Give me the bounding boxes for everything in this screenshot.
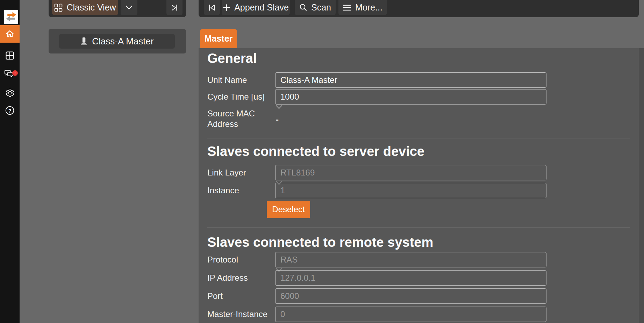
- help-icon: ?: [5, 106, 15, 115]
- tree-item-master[interactable]: Class-A Master: [59, 34, 175, 49]
- ip-address-input: [275, 270, 546, 286]
- gear-icon: [5, 88, 15, 98]
- scrollbar-track[interactable]: [639, 48, 644, 323]
- ip-address-label: IP Address: [207, 270, 274, 286]
- view-toolbar: Classic View: [49, 0, 186, 17]
- deselect-button[interactable]: Deselect: [267, 201, 310, 218]
- grid-view-icon: [5, 51, 15, 60]
- port-row: Port: [207, 288, 630, 304]
- instance-input: [275, 183, 546, 198]
- section-title-remote-system: Slaves connected to remote system: [207, 235, 433, 250]
- protocol-select: RAS: [275, 252, 546, 267]
- master-device-icon: [80, 37, 88, 45]
- section-divider: [207, 138, 630, 138]
- skip-start-icon: [208, 3, 216, 12]
- scan-label: Scan: [311, 2, 331, 13]
- view-dropdown-button[interactable]: [121, 0, 137, 15]
- device-toolbar: Append Slave Scan More...: [199, 0, 639, 17]
- sidebar-item-settings[interactable]: [0, 84, 20, 101]
- protocol-row: Protocol RAS: [207, 252, 630, 267]
- chevron-down-icon: [275, 105, 283, 109]
- sidebar-item-views[interactable]: [0, 47, 20, 64]
- master-instance-row: Master-Instance: [207, 307, 630, 322]
- append-slave-label: Append Slave: [234, 2, 289, 13]
- collapse-panel-button[interactable]: [166, 0, 183, 15]
- more-button[interactable]: More...: [338, 0, 387, 15]
- link-layer-label: Link Layer: [207, 165, 274, 180]
- port-input: [275, 288, 546, 304]
- sidebar: ! ?: [0, 0, 20, 323]
- notification-badge: !: [12, 70, 18, 76]
- view-grid-icon: [54, 3, 63, 12]
- cycle-time-label: Cycle Time [us]: [207, 89, 274, 105]
- instance-row: Instance: [207, 183, 630, 198]
- unit-name-row: Unit Name: [207, 72, 630, 88]
- unit-name-label: Unit Name: [207, 72, 274, 88]
- tree-item-label: Class-A Master: [92, 36, 153, 47]
- hamburger-menu-icon: [343, 5, 351, 11]
- chevron-down-icon: [126, 5, 133, 10]
- source-mac-label: Source MAC Address: [207, 108, 274, 129]
- link-layer-select: RTL8169: [275, 165, 546, 180]
- section-title-server-device: Slaves connected to server device: [207, 144, 424, 159]
- sidebar-item-home[interactable]: [0, 25, 20, 43]
- more-label: More...: [355, 2, 382, 13]
- port-label: Port: [207, 288, 274, 304]
- device-tree-panel: Class-A Master: [49, 29, 186, 53]
- master-settings-panel: General Unit Name Cycle Time [us] 1000 S…: [199, 48, 639, 323]
- app-window: ! ? Classic View: [0, 0, 644, 323]
- link-layer-row: Link Layer RTL8169: [207, 165, 630, 180]
- svg-text:?: ?: [8, 108, 11, 114]
- search-icon: [299, 3, 307, 12]
- section-divider: [207, 227, 630, 228]
- instance-label: Instance: [207, 183, 274, 198]
- deselect-label: Deselect: [272, 204, 305, 214]
- master-instance-label: Master-Instance: [207, 307, 274, 322]
- cycle-time-select[interactable]: 1000: [275, 89, 546, 105]
- plus-icon: [223, 4, 230, 12]
- classic-view-label: Classic View: [66, 2, 116, 13]
- cycle-time-row: Cycle Time [us] 1000: [207, 89, 630, 105]
- arrows-logo-icon: [5, 11, 17, 23]
- tab-master[interactable]: Master: [200, 29, 237, 48]
- sidebar-item-messages[interactable]: !: [0, 65, 20, 83]
- tab-master-label: Master: [205, 34, 233, 44]
- ip-address-row: IP Address: [207, 270, 630, 286]
- master-instance-input: [275, 307, 546, 322]
- skip-end-icon: [171, 3, 178, 12]
- classic-view-button[interactable]: Classic View: [52, 0, 118, 15]
- section-title-general: General: [207, 51, 257, 66]
- home-icon: [5, 29, 15, 39]
- sidebar-item-help[interactable]: ?: [0, 102, 20, 119]
- app-logo: [4, 10, 18, 24]
- scan-button[interactable]: Scan: [295, 0, 336, 15]
- protocol-label: Protocol: [207, 252, 274, 267]
- source-mac-value: -: [276, 115, 279, 124]
- append-slave-button[interactable]: Append Slave: [222, 0, 290, 15]
- unit-name-input[interactable]: [275, 72, 546, 88]
- skip-start-button[interactable]: [204, 0, 220, 15]
